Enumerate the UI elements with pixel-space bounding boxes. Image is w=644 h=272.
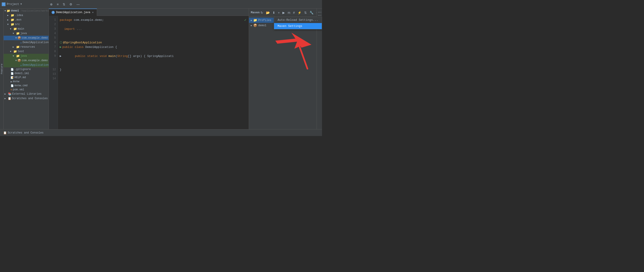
scratches-bottom-item[interactable]: 📋 Scratches and Consoles (2, 131, 45, 135)
feature-tab-label[interactable]: Feature (0, 62, 4, 75)
minimize-btn[interactable]: — (75, 2, 81, 6)
maven-add-btn[interactable]: + (277, 10, 280, 15)
tab-close-btn[interactable]: ✕ (92, 11, 94, 14)
expand-arrow: ▼ (7, 23, 10, 26)
expand-arrow: ▼ (13, 55, 16, 57)
sidebar-item-java[interactable]: ▼ 📁 java (4, 31, 48, 36)
maven-folder-btn[interactable]: 📂 (265, 10, 271, 15)
project-dropdown-arrow[interactable]: ▼ (20, 3, 22, 5)
sidebar-item-resources[interactable]: ▶ 📁 resources (4, 45, 48, 49)
sort2-btn[interactable]: ⇅ (62, 2, 66, 6)
scratches-icon: 📋 (8, 97, 11, 100)
scratches-bottom-label: Scratches and Consoles (8, 131, 44, 134)
item-label: pom.xml (13, 88, 24, 91)
expand-arrow: ▼ (10, 50, 13, 53)
sort-btn[interactable]: ≡ (56, 2, 60, 6)
maven-m-btn[interactable]: m (287, 10, 291, 15)
sidebar-item-idea[interactable]: ▶ 📁 .idea (4, 13, 48, 18)
maven-run-btn[interactable]: ▶ (282, 10, 286, 15)
code-line-1: package com.example.demo; (60, 18, 249, 22)
code-line-2 (60, 22, 249, 27)
sidebar-item-mvnwcmd[interactable]: ▶ 📄 mvnw.cmd (4, 84, 48, 88)
run-gutter-icon: ▶ (60, 45, 62, 49)
maven-sort-btn[interactable]: ⇅ (303, 10, 308, 15)
sidebar-item-mvnw[interactable]: ▶ ▶ mvnw (4, 79, 48, 84)
code-line-13 (60, 72, 249, 76)
script-icon: ▶ (11, 80, 12, 83)
sidebar-item-com-example-demo-test[interactable]: ▼ 📦 com.example.demo (4, 58, 48, 63)
item-label: src (15, 23, 20, 26)
xml-icon: m (11, 88, 12, 91)
settings-btn[interactable]: ⚙ (68, 2, 74, 6)
folder-icon: 📁 (6, 9, 10, 13)
sidebar-item-scratches[interactable]: ▶ 📋 Scratches and Consoles (4, 96, 48, 101)
code-content[interactable]: ✓ package com.example.demo; import ... (58, 16, 249, 129)
sidebar-item-test[interactable]: ▼ 📁 test (4, 49, 48, 54)
line-num-11 (49, 63, 58, 67)
project-selector[interactable]: □ Project ▼ (2, 2, 47, 6)
sidebar-item-external-libs[interactable]: ▶ 📚 External Libraries (4, 92, 48, 96)
maven-panel: Maven ↻ 📂 ⬇ + ▶ m # ⚡ ⇅ 🔧 ⚙ — (249, 8, 316, 129)
keyword: void (100, 54, 108, 58)
folder-icon: 📁 (11, 18, 14, 22)
sidebar-item-main[interactable]: ▼ 📁 main (4, 27, 48, 31)
maven-refresh-btn[interactable]: ↻ (260, 10, 264, 15)
expand-arrow: ▼ (16, 37, 17, 39)
code-line-9: ▶ public static void main ( String [] ar… (60, 54, 249, 58)
line-num-7: 7 (49, 45, 58, 49)
md-icon: 📝 (11, 76, 14, 79)
file-icon: 📄 (11, 72, 14, 75)
keyword: class (74, 45, 85, 49)
item-label: mvnw (13, 80, 20, 83)
sidebar-item-gitignore[interactable]: ▶ 📄 .gitignore (4, 67, 48, 71)
item-label: resources (20, 45, 35, 48)
maven-demo1-label: demo1 (258, 24, 266, 27)
sidebar-item-demo1[interactable]: ▼ 📁 demo1 /Applications/workSpace/demo (4, 8, 48, 13)
folder-icon: 📁 (13, 50, 17, 53)
context-menu-auto-reload[interactable]: Auto-Reload Settings... (274, 17, 322, 23)
item-label: External Libraries (12, 92, 42, 96)
maven-wrench-btn[interactable]: 🔧 (309, 10, 314, 15)
expand-arrow: ▼ (16, 59, 17, 62)
folder-icon-green: 📁 (16, 54, 20, 58)
code-line-5 (60, 36, 249, 40)
code-line-3: import ... (60, 27, 249, 31)
sidebar-item-help[interactable]: ▶ 📝 HELP.md (4, 75, 48, 79)
sidebar-item-demo1application[interactable]: ▶ ☕ Demo1Application (4, 40, 48, 45)
expand-arrow: ▼ (10, 28, 13, 30)
item-label: demo1.iml (14, 72, 29, 75)
sidebar-item-demo1iml[interactable]: ▶ 📄 demo1.iml (4, 71, 48, 75)
maven-lightning-btn[interactable]: ⚡ (297, 10, 302, 15)
maven-hash-btn[interactable]: # (292, 10, 296, 15)
right-tab-dots: ⋮⋮ (317, 10, 322, 17)
maven-tree: ▶ 📁 Profiles ▶ 📦 demo1 (249, 17, 316, 129)
expand-arrow: ▶ (4, 93, 7, 95)
package-icon: 📦 (253, 23, 257, 27)
expand-arrow: ▶ (13, 46, 16, 48)
expand-arrow: ▶ (251, 19, 252, 22)
code-editor[interactable]: 1 2 3 4 5 6 7 8 9 12 13 14 ✓ packa (49, 16, 249, 129)
code-line-11-empty (60, 63, 249, 67)
maven-download-btn[interactable]: ⬇ (272, 10, 276, 15)
sidebar-item-java-test[interactable]: ▼ 📁 java (4, 54, 48, 58)
line-num-12: 12 (49, 67, 58, 72)
maven-title: Maven (251, 11, 260, 14)
editor-tab-demo1application[interactable]: J Demo1Application.java ✕ (49, 8, 97, 16)
add-btn[interactable]: ⊕ (49, 2, 54, 6)
keyword: static (87, 54, 100, 58)
sidebar-item-mvn[interactable]: ▶ 📁 .mvn (4, 18, 48, 22)
sidebar-item-com-example-demo[interactable]: ▼ 📦 com.example.demo (4, 36, 48, 40)
maven-profiles-label: Profiles (258, 19, 271, 22)
project-icon: □ (2, 2, 6, 6)
context-menu-maven-settings[interactable]: Maven Settings (274, 23, 322, 29)
code-line-8 (60, 49, 249, 54)
line-num-1: 1 (49, 18, 58, 22)
tab-bar: J Demo1Application.java ✕ (49, 8, 249, 16)
sidebar-item-src[interactable]: ▼ 📁 src (4, 22, 48, 27)
scratches-label: Scratches and Consoles (12, 97, 48, 100)
sidebar-item-demo1applicationtests[interactable]: ▶ ☕ Demo1ApplicationTests (4, 63, 48, 67)
tab-label: Demo1Application.java (56, 11, 90, 14)
item-label: mvnw.cmd (14, 84, 28, 87)
line-num-14: 14 (49, 76, 58, 81)
sidebar-item-pom[interactable]: ▶ m pom.xml (4, 88, 48, 92)
